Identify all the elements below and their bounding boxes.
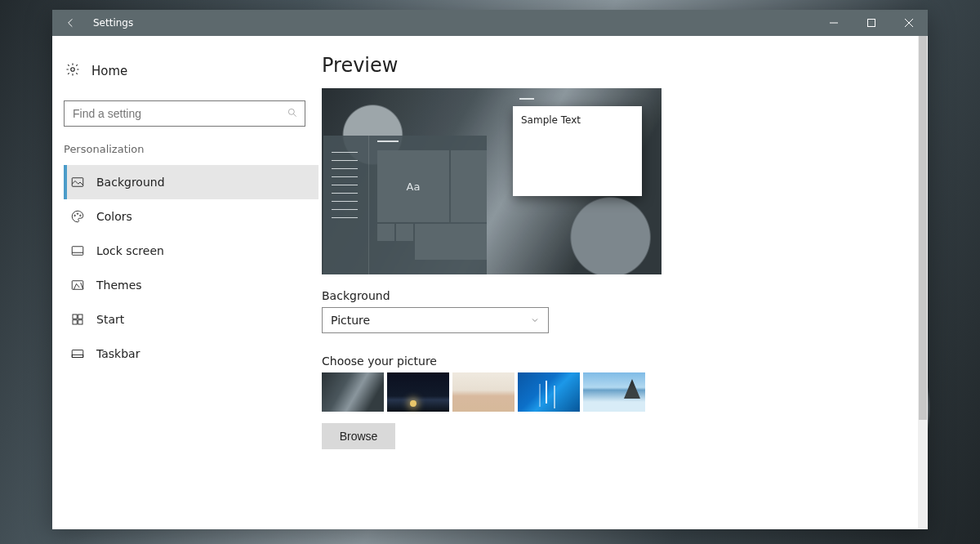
taskbar-icon — [70, 346, 85, 361]
close-button[interactable] — [890, 10, 928, 36]
back-button[interactable] — [52, 10, 90, 36]
svg-point-1 — [71, 68, 75, 72]
svg-point-5 — [77, 213, 78, 215]
themes-icon — [70, 278, 85, 292]
svg-point-2 — [288, 109, 294, 114]
close-icon — [905, 19, 913, 27]
svg-rect-14 — [72, 355, 83, 358]
minimize-button[interactable] — [815, 10, 853, 36]
start-icon — [70, 312, 85, 327]
nav-label: Background — [96, 176, 165, 189]
picture-thumb-windows[interactable] — [518, 372, 580, 412]
search-icon — [287, 107, 298, 121]
lockscreen-icon — [70, 243, 85, 258]
nav-label: Themes — [96, 279, 142, 292]
picture-thumb-desert[interactable] — [452, 372, 514, 412]
home-label: Home — [91, 64, 127, 78]
chevron-down-icon — [530, 315, 540, 325]
svg-rect-12 — [78, 320, 82, 324]
titlebar: Settings — [52, 10, 928, 36]
svg-point-6 — [80, 215, 82, 216]
palette-icon — [70, 209, 85, 224]
nav-label: Start — [96, 313, 124, 326]
nav-label: Taskbar — [96, 347, 140, 360]
nav-item-themes[interactable]: Themes — [64, 268, 318, 302]
section-label: Personalization — [64, 141, 318, 165]
nav-item-start[interactable]: Start — [64, 302, 318, 337]
picture-thumb-beach[interactable] — [583, 372, 645, 412]
svg-rect-11 — [73, 320, 77, 324]
minimize-icon — [830, 19, 838, 27]
svg-rect-10 — [78, 314, 82, 319]
preview-sample-text: Sample Text — [513, 106, 642, 134]
svg-rect-0 — [868, 20, 875, 27]
browse-button[interactable]: Browse — [322, 423, 395, 449]
home-button[interactable]: Home — [64, 56, 318, 86]
choose-picture-label: Choose your picture — [322, 354, 911, 368]
search-box[interactable] — [64, 100, 305, 127]
picture-thumbnails — [322, 372, 911, 412]
arrow-left-icon — [65, 16, 78, 29]
nav-label: Lock screen — [96, 244, 164, 257]
window-title: Settings — [90, 17, 133, 29]
scrollbar-thumb[interactable] — [919, 36, 927, 420]
picture-thumb-night[interactable] — [387, 372, 449, 412]
svg-rect-9 — [73, 314, 77, 319]
main-content: Preview Aa Sam — [322, 36, 928, 529]
maximize-icon — [867, 19, 875, 27]
picture-thumb-gears[interactable] — [322, 372, 384, 412]
background-preview: Aa Sample Text — [322, 88, 662, 274]
preview-start-menu: Aa — [323, 136, 487, 274]
svg-rect-7 — [72, 247, 83, 256]
background-type-label: Background — [322, 289, 911, 302]
search-input[interactable] — [71, 106, 287, 121]
nav-item-colors[interactable]: Colors — [64, 199, 318, 234]
nav-item-lockscreen[interactable]: Lock screen — [64, 234, 318, 268]
background-type-dropdown[interactable]: Picture — [322, 307, 549, 333]
nav-item-taskbar[interactable]: Taskbar — [64, 337, 318, 371]
svg-rect-13 — [72, 350, 83, 358]
picture-icon — [70, 175, 85, 190]
nav-list: Background Colors Lock screen Themes Sta… — [64, 165, 318, 371]
dropdown-value: Picture — [331, 314, 370, 327]
preview-tile-aa: Aa — [377, 150, 449, 222]
window-controls — [815, 10, 928, 36]
settings-window: Settings Home — [52, 10, 928, 529]
gear-icon — [65, 62, 80, 79]
page-title: Preview — [322, 54, 911, 77]
maximize-button[interactable] — [853, 10, 890, 36]
preview-sample-window: Sample Text — [513, 106, 642, 196]
nav-label: Colors — [96, 210, 132, 223]
scrollbar[interactable] — [918, 36, 928, 529]
svg-point-4 — [74, 215, 76, 216]
nav-item-background[interactable]: Background — [64, 165, 318, 199]
sidebar: Home Personalization Background Colors — [52, 36, 322, 529]
